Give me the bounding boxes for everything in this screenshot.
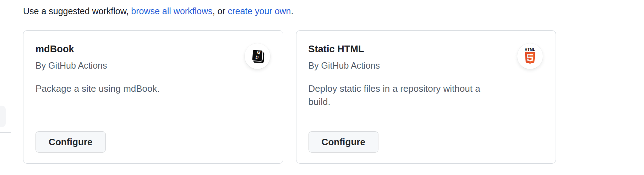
workflow-description: Package a site using mdBook. <box>36 82 271 96</box>
intro-suffix: . <box>291 6 294 16</box>
browse-all-workflows-link[interactable]: browse all workflows <box>131 6 212 16</box>
intro-text: Use a suggested workflow, browse all wor… <box>23 5 293 17</box>
mdbook-letter-d: D <box>255 54 259 59</box>
configure-button-mdbook[interactable]: Configure <box>36 131 106 153</box>
html5-icon-label: HTML <box>525 48 535 52</box>
mdbook-letter-m: M <box>257 50 261 55</box>
mdbook-icon: M D <box>245 43 270 69</box>
workflow-cards-row: mdBook By GitHub Actions Package a site … <box>23 30 556 164</box>
configure-button-static-html[interactable]: Configure <box>309 131 379 153</box>
intro-separator: , or <box>213 6 228 16</box>
workflow-description: Deploy static files in a repository with… <box>309 82 544 109</box>
html5-icon: HTML <box>517 43 543 69</box>
intro-prefix: Use a suggested workflow, <box>23 6 131 16</box>
workflow-title: mdBook <box>36 43 271 55</box>
workflow-card-mdbook: mdBook By GitHub Actions Package a site … <box>23 30 283 164</box>
clipped-left-panel-fragment <box>0 106 6 127</box>
workflow-title: Static HTML <box>309 43 544 55</box>
create-your-own-link[interactable]: create your own <box>228 6 291 16</box>
workflow-byline: By GitHub Actions <box>309 60 544 71</box>
workflow-card-static-html: Static HTML By GitHub Actions Deploy sta… <box>296 30 556 164</box>
clipped-left-divider <box>0 132 11 133</box>
workflow-byline: By GitHub Actions <box>36 60 271 71</box>
